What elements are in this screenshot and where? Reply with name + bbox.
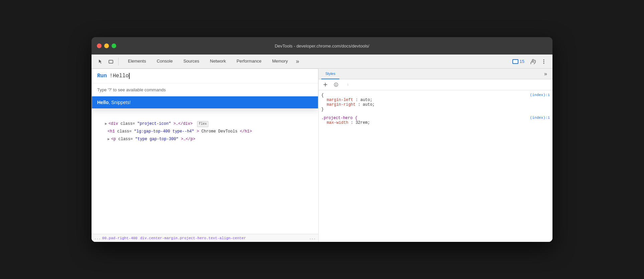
kebab-menu-btn[interactable] — [539, 57, 548, 66]
command-item-hello-snippets[interactable]: Hello, Snippets! — [92, 96, 318, 108]
style-prop: margin-left : auto; — [321, 98, 550, 102]
svg-rect-4 — [513, 62, 516, 62]
new-style-rule-btn[interactable] — [321, 81, 329, 89]
tab-console[interactable]: Console — [151, 55, 178, 69]
command-menu: Run !Hello Type '?' to see available com… — [92, 69, 318, 109]
html-tag: <h1 class= "lg:gap-top-400 type--h4" > C… — [108, 128, 252, 135]
html-tag: <p class= "type gap-top-300" >…</p> — [111, 136, 195, 143]
breadcrumb-item-left[interactable]: 00.pad-right-400 — [102, 236, 138, 240]
breadcrumb-end-dots: ... — [309, 236, 316, 240]
close-button[interactable] — [97, 43, 102, 48]
svg-point-5 — [532, 61, 534, 62]
tree-arrow[interactable]: ▶ — [108, 136, 110, 143]
tab-performance[interactable]: Performance — [231, 55, 267, 69]
window-title: DevTools - developer.chrome.com/docs/dev… — [275, 43, 369, 49]
style-source-2[interactable]: (index):1 — [530, 116, 550, 120]
command-input-text[interactable]: !Hello — [110, 73, 130, 79]
svg-point-7 — [543, 61, 544, 62]
tab-bar-icons — [93, 57, 123, 66]
toggle-dark-scheme-btn[interactable] — [343, 81, 351, 89]
html-line: <h1 class= "lg:gap-top-400 type--h4" > C… — [94, 128, 316, 135]
style-prop: max-width : 32rem; — [321, 120, 550, 125]
svg-rect-1 — [111, 60, 111, 60]
minimize-button[interactable] — [104, 43, 109, 48]
tab-memory[interactable]: Memory — [267, 55, 293, 69]
device-toggle-btn[interactable] — [106, 57, 116, 66]
svg-rect-10 — [336, 85, 336, 86]
console-icon — [512, 59, 518, 64]
tab-bar-right: 15 — [510, 57, 551, 66]
cursor-icon-btn[interactable] — [96, 57, 105, 66]
title-bar: DevTools - developer.chrome.com/docs/dev… — [92, 37, 552, 55]
svg-rect-3 — [513, 61, 515, 61]
right-panel-actions — [319, 79, 552, 90]
breadcrumb-item-right[interactable]: div.center-margin.project-hero.text-alig… — [140, 236, 246, 240]
right-panel: Styles » — [319, 69, 552, 242]
toggle-element-state-btn[interactable] — [332, 81, 340, 89]
html-line: ▶ <div class= "project-icon" >…</div> fl… — [94, 120, 316, 128]
command-input-row: Run !Hello — [92, 69, 318, 83]
styles-content: { (index):1 margin-left : auto; margin-r… — [319, 90, 552, 242]
tab-styles[interactable]: Styles — [321, 69, 339, 79]
devtools-window: DevTools - developer.chrome.com/docs/dev… — [92, 37, 552, 242]
tab-divider — [118, 58, 119, 66]
html-tag: <div class= "project-icon" >…</div> flex — [109, 121, 208, 127]
text-cursor — [129, 73, 130, 79]
console-badge-btn[interactable]: 15 — [510, 58, 527, 65]
flex-badge: flex — [197, 121, 208, 127]
right-panel-tabs: Styles » — [319, 69, 552, 79]
main-content: ▶ <div class= "project-icon" >…</div> fl… — [92, 69, 552, 242]
maximize-button[interactable] — [112, 43, 116, 48]
style-source-1[interactable]: (index):1 — [530, 93, 550, 98]
run-label: Run — [97, 73, 107, 79]
right-tab-more[interactable]: » — [541, 71, 550, 77]
tab-bar: Elements Console Sources Network Perform… — [92, 55, 552, 69]
html-line: ▶ <p class= "type gap-top-300" >…</p> — [94, 135, 316, 143]
style-rule-1: { (index):1 margin-left : auto; margin-r… — [321, 93, 550, 112]
devtools-body: Elements Console Sources Network Perform… — [92, 55, 552, 242]
svg-point-6 — [543, 59, 544, 60]
style-open-brace: { — [321, 93, 324, 98]
style-selector-2: .project-hero { — [321, 116, 357, 120]
traffic-lights — [97, 43, 116, 48]
more-tabs-btn[interactable]: » — [293, 55, 302, 69]
style-close-brace: } — [321, 107, 324, 112]
svg-point-8 — [543, 63, 544, 64]
style-rule-2: .project-hero { (index):1 max-width : 32… — [321, 116, 550, 125]
breadcrumb-bar: ... 00.pad-right-400 div.center-margin.p… — [92, 234, 318, 242]
left-panel: ▶ <div class= "project-icon" >…</div> fl… — [92, 69, 319, 242]
tab-network[interactable]: Network — [205, 55, 231, 69]
settings-btn[interactable] — [528, 57, 538, 66]
svg-rect-9 — [336, 84, 336, 84]
elements-panel-content: ▶ <div class= "project-icon" >…</div> fl… — [92, 69, 318, 234]
html-tree: ▶ <div class= "project-icon" >…</div> fl… — [92, 119, 318, 145]
tab-elements[interactable]: Elements — [123, 55, 151, 69]
style-prop: margin-right : auto; — [321, 102, 550, 107]
tree-arrow[interactable]: ▶ — [105, 121, 107, 127]
svg-rect-0 — [109, 60, 113, 63]
command-hint: Type '?' to see available commands — [92, 83, 318, 96]
breadcrumb-dots: ... — [94, 236, 101, 240]
tab-sources[interactable]: Sources — [178, 55, 205, 69]
